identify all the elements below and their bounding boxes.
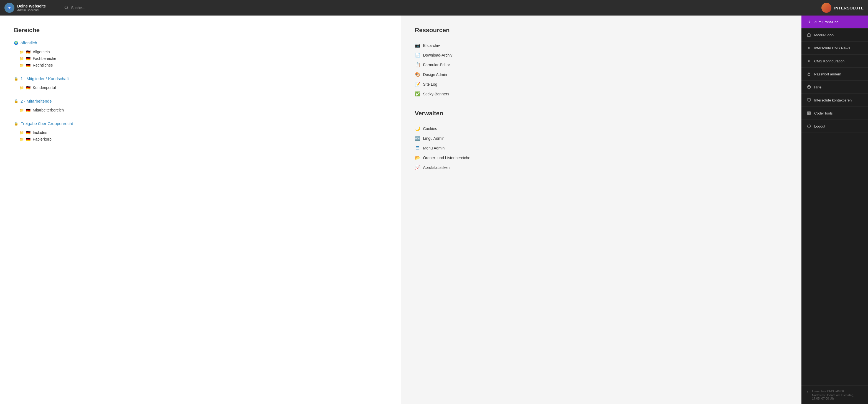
list-item[interactable]: 📄 Download-Archiv [415, 50, 788, 60]
gear-icon [806, 59, 811, 63]
ressourcen-section: Ressourcen 📷 Bildarchiv 📄 Download-Archi… [415, 27, 788, 99]
resource-label: Sticky-Banners [423, 92, 449, 96]
flag-icon: 🇩🇪 [26, 57, 31, 61]
sidebar-footer: ↻ Intersolute CMS v46.86 Nächstes Update… [801, 385, 868, 404]
folder-list-icon: 📂 [415, 155, 421, 160]
passwort-aendern-button[interactable]: Passwort ändern [801, 68, 868, 81]
group-title-mitglieder[interactable]: 🔒 1 - Mitglieder / Kundschaft [14, 76, 387, 81]
brand-name: INTERSOLUTE [834, 5, 864, 10]
list-item[interactable]: 📁 🇩🇪 Includes [14, 129, 387, 136]
verwalten-label: Cookies [423, 126, 437, 131]
verwalten-label: Ordner- und Listenbereiche [423, 156, 470, 160]
area-group-oeffentlich: 🌍 öffentlich 📁 🇩🇪 Allgemein 📁 🇩🇪 Fachber… [14, 40, 387, 68]
power-icon [806, 124, 811, 129]
admin-backend-label: Admin Backend [17, 8, 46, 12]
passwort-aendern-label: Passwort ändern [814, 72, 841, 76]
intersolute-kontaktieren-label: Intersolute kontaktieren [814, 98, 851, 102]
item-label: Rechtliches [33, 63, 53, 67]
folder-icon: 📁 [20, 57, 24, 61]
item-label: Fachbereiche [33, 56, 56, 61]
lock-icon: 🔒 [14, 76, 18, 81]
list-item[interactable]: 🔤 Lingu Admin [415, 133, 788, 143]
list-item[interactable]: ☰ Menü Admin [415, 143, 788, 153]
logout-button[interactable]: Logout [801, 120, 868, 133]
arrow-right-icon [806, 20, 811, 24]
version-text: Intersolute CMS v46.86 [812, 390, 863, 393]
globe-icon: 🌍 [14, 41, 18, 45]
intersolute-cms-news-label: Intersolute CMS News [814, 46, 850, 50]
list-item[interactable]: 🎨 Design Admin [415, 70, 788, 79]
logo-area: Deine Webseite Admin Backend [4, 3, 60, 13]
list-item[interactable]: 📷 Bildarchiv [415, 40, 788, 50]
hilfe-button[interactable]: Hilfe [801, 81, 868, 94]
svg-rect-11 [807, 112, 811, 115]
list-item[interactable]: ✅ Sticky-Banners [415, 89, 788, 99]
search-icon [64, 5, 69, 10]
group-title-mitarbeitende[interactable]: 🔒 2 - Mitarbeitende [14, 99, 387, 103]
area-group-mitarbeitende: 🔒 2 - Mitarbeitende 📁 🇩🇪 Mitarbeiterbere… [14, 99, 387, 114]
list-item[interactable]: 🌙 Cookies [415, 124, 788, 133]
resource-label: Formular-Editor [423, 63, 450, 67]
svg-line-3 [67, 9, 68, 10]
list-item[interactable]: 📁 🇩🇪 Mitarbeiterbereich [14, 107, 387, 114]
intersolute-cms-news-button[interactable]: Intersolute CMS News [801, 41, 868, 55]
flag-icon: 🇩🇪 [26, 137, 31, 142]
verwalten-label: Menü Admin [423, 146, 445, 150]
resource-label: Download-Archiv [423, 53, 453, 57]
update-info-text: Nächstes Update am Dienstag, 17.05. 07:0… [812, 394, 863, 400]
list-item[interactable]: 📁 🇩🇪 Fachbereiche [14, 55, 387, 62]
coder-tools-button[interactable]: Coder tools [801, 107, 868, 120]
intersolute-kontaktieren-button[interactable]: Intersolute kontaktieren [801, 94, 868, 107]
group-title-freigabe[interactable]: 🔒 Freigabe über Gruppenrecht [14, 121, 387, 126]
verwalten-label: Abrufstatistiken [423, 165, 450, 170]
search-area[interactable]: Suche... [60, 5, 822, 10]
lock-icon: 🔒 [14, 99, 18, 103]
list-item[interactable]: 📂 Ordner- und Listenbereiche [415, 153, 788, 162]
bereiche-title: Bereiche [14, 27, 387, 34]
folder-icon: 📁 [20, 137, 24, 142]
list-item[interactable]: 📁 🇩🇪 Rechtliches [14, 62, 387, 68]
list-item[interactable]: 📈 Abrufstatistiken [415, 162, 788, 172]
chart-icon: 📈 [415, 165, 421, 170]
flag-icon: 🇩🇪 [26, 108, 31, 112]
list-item[interactable]: 📁 🇩🇪 Allgemein [14, 49, 387, 55]
group-label-mitglieder: 1 - Mitglieder / Kundschaft [21, 76, 69, 81]
shopping-bag-icon [806, 32, 811, 37]
message-icon [806, 98, 811, 102]
svg-point-5 [808, 48, 809, 49]
file-download-icon: 📄 [415, 53, 421, 58]
circle-question-icon [806, 85, 811, 90]
cms-konfiguration-label: CMS Konfiguration [814, 59, 844, 63]
sticky-banners-icon: ✅ [415, 91, 421, 96]
table-icon [806, 111, 811, 116]
lock-icon: 🔒 [14, 121, 18, 126]
svg-point-6 [808, 60, 809, 62]
list-item[interactable]: 📝 Site Log [415, 79, 788, 89]
group-label-oeffentlich: öffentlich [21, 40, 37, 45]
zum-frontend-button[interactable]: Zum Front-End [801, 15, 868, 29]
logout-label: Logout [814, 124, 825, 128]
flag-icon: 🇩🇪 [26, 86, 31, 90]
folder-icon: 📁 [20, 86, 24, 90]
flag-icon: 🇩🇪 [26, 63, 31, 67]
ressourcen-title: Ressourcen [415, 27, 788, 34]
content-area: Bereiche 🌍 öffentlich 📁 🇩🇪 Allgemein 📁 🇩… [0, 15, 801, 404]
cms-konfiguration-button[interactable]: CMS Konfiguration [801, 55, 868, 68]
flag-icon: 🇩🇪 [26, 131, 31, 135]
area-group-mitglieder: 🔒 1 - Mitglieder / Kundschaft 📁 🇩🇪 Kunde… [14, 76, 387, 91]
search-placeholder: Suche... [71, 5, 85, 10]
logo-icon [4, 3, 14, 13]
user-avatar [822, 3, 831, 13]
camera-icon: 📷 [415, 43, 421, 48]
resource-label: Bildarchiv [423, 43, 440, 48]
verwalten-label: Lingu Admin [423, 136, 444, 141]
group-title-oeffentlich[interactable]: 🌍 öffentlich [14, 40, 387, 45]
svg-rect-7 [808, 74, 810, 75]
list-item[interactable]: 📁 🇩🇪 Kundenportal [14, 84, 387, 91]
modul-shop-label: Modul-Shop [814, 33, 834, 37]
list-item[interactable]: 📋 Formular-Editor [415, 60, 788, 70]
logo-text: Deine Webseite Admin Backend [17, 4, 46, 12]
list-item[interactable]: 📁 🇩🇪 Papierkorb [14, 136, 387, 143]
modul-shop-button[interactable]: Modul-Shop [801, 29, 868, 41]
gear-news-icon [806, 45, 811, 51]
